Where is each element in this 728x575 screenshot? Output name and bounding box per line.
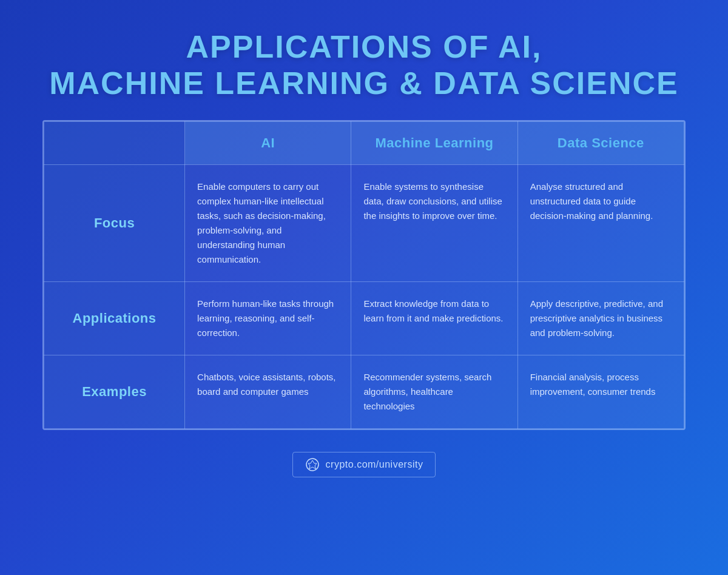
footer-branding: crypto.com/university (292, 452, 436, 477)
table-row: ExamplesChatbots, voice assistants, robo… (44, 355, 684, 428)
header-label-cell (44, 121, 185, 164)
page-title: APPLICATIONS OF AI, MACHINE LEARNING & D… (49, 29, 678, 102)
row-2-ds: Financial analysis, process improvement,… (517, 355, 684, 428)
header-ds: Data Science (517, 121, 684, 164)
row-label-0: Focus (44, 164, 185, 281)
table-row: FocusEnable computers to carry out compl… (44, 164, 684, 281)
row-label-1: Applications (44, 281, 185, 355)
comparison-table: AI Machine Learning Data Science FocusEn… (44, 121, 684, 429)
header-ml: Machine Learning (351, 121, 517, 164)
table-row: ApplicationsPerform human-like tasks thr… (44, 281, 684, 355)
row-1-ds: Apply descriptive, predictive, and presc… (517, 281, 684, 355)
title-line1: APPLICATIONS OF AI, (186, 29, 542, 64)
header-ai: AI (185, 121, 351, 164)
row-label-2: Examples (44, 355, 185, 428)
row-0-ds: Analyse structured and unstructured data… (517, 164, 684, 281)
table-header-row: AI Machine Learning Data Science (44, 121, 684, 164)
comparison-table-wrapper: AI Machine Learning Data Science FocusEn… (42, 120, 686, 430)
footer-text: crypto.com/university (326, 459, 423, 470)
row-0-ai: Enable computers to carry out complex hu… (185, 164, 351, 281)
row-0-ml: Enable systems to synthesise data, draw … (351, 164, 517, 281)
row-2-ai: Chatbots, voice assistants, robots, boar… (185, 355, 351, 428)
row-1-ai: Perform human-like tasks through learnin… (185, 281, 351, 355)
svg-marker-1 (308, 460, 317, 469)
row-1-ml: Extract knowledge from data to learn fro… (351, 281, 517, 355)
title-line2: MACHINE LEARNING & DATA SCIENCE (49, 66, 678, 101)
crypto-icon (305, 457, 320, 472)
row-2-ml: Recommender systems, search algorithms, … (351, 355, 517, 428)
